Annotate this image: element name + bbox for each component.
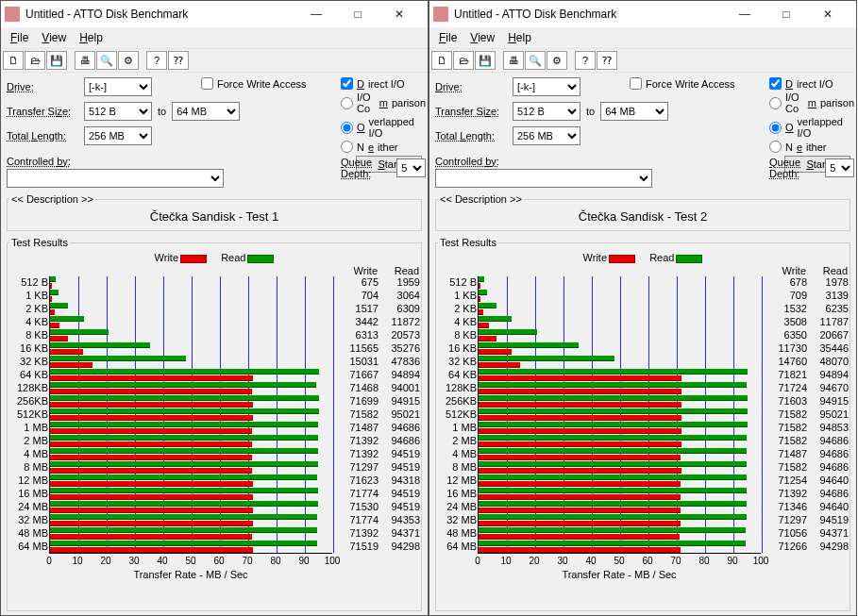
neither-radio[interactable]: Neither [341,140,426,154]
zoomcfg-icon[interactable]: ⚙ [118,51,139,70]
read-value: 95021 [807,408,849,420]
write-bar [50,375,253,381]
force-write-check[interactable]: Force Write Access [630,76,762,91]
col-write: Write [765,265,806,276]
force-write-check[interactable]: Force Write Access [201,76,333,91]
menubar: FileViewHelp [1,27,428,48]
menu-help[interactable]: Help [502,29,537,46]
minimize-button[interactable]: ― [295,4,337,25]
read-value: 6309 [379,303,420,314]
write-value: 71582 [337,408,379,420]
menu-help[interactable]: Help [74,29,109,46]
write-bar [50,283,52,289]
to-label: to [152,106,172,117]
totallen-select[interactable]: 256 MB [84,126,152,145]
direct-io-check[interactable]: Direct I/O [341,76,426,91]
category-label: 512 B [439,276,477,288]
menu-file[interactable]: File [5,29,34,46]
open-icon[interactable]: 🗁 [25,51,45,70]
io-compare-radio[interactable]: I/O Comparison [341,91,426,115]
read-value: 94519 [379,488,420,499]
transfer-to-select[interactable]: 64 MB [172,102,240,121]
help-icon[interactable]: ? [146,51,167,70]
direct-io-check[interactable]: Direct I/O [769,76,854,91]
read-value: 35276 [379,342,420,354]
read-value: 1978 [807,276,849,288]
write-value: 71530 [337,501,379,512]
toolbar: 🗋🗁💾🖶🔍⚙?⁇ [429,48,856,73]
overlapped-radio[interactable]: Overlapped I/O [341,115,426,140]
write-bar [50,309,55,315]
write-bar [479,323,489,328]
queue-select[interactable]: 5 [825,158,854,177]
new-icon[interactable]: 🗋 [3,51,24,70]
print-icon[interactable]: 🖶 [503,51,524,70]
description-text: Čtečka Sandisk - Test 2 [438,207,848,228]
chart-row: 512KB 7158295021 [50,408,333,422]
maximize-button[interactable]: □ [765,4,807,25]
read-bar [50,448,318,454]
transfer-from-select[interactable]: 512 B [84,102,152,121]
chart-row: 1 KB 7043064 [50,290,333,303]
read-value: 94371 [807,527,849,539]
read-value: 20573 [379,329,420,341]
transfer-to-select[interactable]: 64 MB [600,102,668,121]
help-icon[interactable]: ? [575,51,596,70]
write-bar [479,296,480,302]
neither-radio[interactable]: Neither [769,140,854,154]
write-bar [50,508,253,513]
zoom-icon[interactable]: 🔍 [96,51,117,70]
zoomcfg-icon[interactable]: ⚙ [547,51,567,70]
menubar: FileViewHelp [429,27,856,48]
settings-form: Drive: [-k-] Transfer Size: 512 B to 64 … [429,73,856,154]
open-icon[interactable]: 🗁 [453,51,474,70]
transfer-from-select[interactable]: 512 B [513,102,580,121]
close-button[interactable]: ✕ [807,4,849,25]
close-button[interactable]: ✕ [379,4,420,25]
queue-select[interactable]: 5 [396,158,426,177]
write-value: 709 [765,290,807,301]
category-label: 32 KB [10,356,48,367]
save-icon[interactable]: 💾 [46,51,67,70]
x-tick: 0 [46,556,52,566]
whats-icon[interactable]: ⁇ [168,51,189,70]
minimize-button[interactable]: ― [724,4,765,25]
menu-file[interactable]: File [433,29,463,46]
print-icon[interactable]: 🖶 [75,51,95,70]
maximize-button[interactable]: □ [337,4,379,25]
zoom-icon[interactable]: 🔍 [525,51,546,70]
write-value: 71266 [765,541,807,552]
write-value: 71254 [765,474,807,486]
col-read: Read [378,265,419,276]
controlled-select[interactable] [435,169,652,188]
chart-row: 16 MB 7177494519 [50,488,333,501]
write-bar [50,494,253,500]
write-bar [479,441,681,447]
write-bar [50,296,52,302]
controlled-select[interactable] [7,169,224,188]
save-icon[interactable]: 💾 [475,51,496,70]
category-label: 512KB [439,408,477,420]
x-tick: 100 [753,556,769,566]
write-value: 71582 [765,435,807,446]
drive-label: Drive: [7,81,84,92]
chart-row: 256KB 7160394915 [479,395,762,408]
category-label: 24 MB [10,501,48,512]
menu-view[interactable]: View [36,29,72,46]
totallen-select[interactable]: 256 MB [513,126,580,145]
titlebar: Untitled - ATTO Disk Benchmark ― □ ✕ [429,1,856,27]
overlapped-radio[interactable]: Overlapped I/O [769,115,854,140]
gridline [762,276,763,553]
category-label: 512KB [10,408,48,420]
whats-icon[interactable]: ⁇ [597,51,617,70]
drive-select[interactable]: [-k-] [84,77,152,96]
chart-row: 16 KB 1173035446 [479,342,762,356]
read-value: 94640 [807,501,849,512]
io-compare-radio[interactable]: I/O Comparison [769,91,854,115]
menu-view[interactable]: View [464,29,500,46]
chart-row: 16 MB 7139294686 [479,488,762,501]
read-bar [479,395,748,401]
new-icon[interactable]: 🗋 [431,51,452,70]
chart-legend: Write Read [438,250,848,265]
drive-select[interactable]: [-k-] [513,77,580,96]
